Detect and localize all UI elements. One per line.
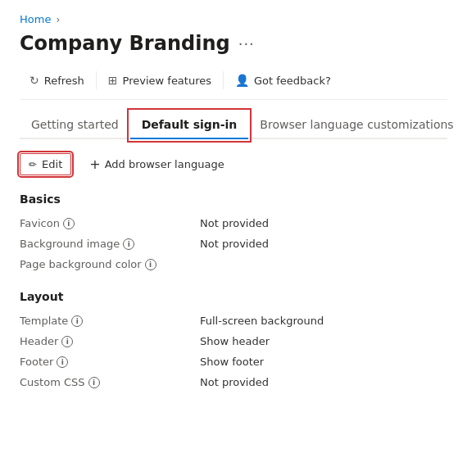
field-value: Not provided <box>200 376 269 388</box>
field-row: Custom CSS iNot provided <box>20 376 447 388</box>
section-title-layout: Layout <box>20 290 447 303</box>
breadcrumb-home[interactable]: Home <box>20 13 51 25</box>
feedback-label: Got feedback? <box>254 75 331 87</box>
refresh-label: Refresh <box>44 75 84 87</box>
action-bar: ✏ Edit + Add browser language <box>20 152 447 176</box>
field-label: Page background color i <box>20 258 184 270</box>
sections-container: BasicsFavicon iNot providedBackground im… <box>20 193 447 388</box>
field-value: Full-screen background <box>200 315 324 327</box>
page-title: Company Branding <box>20 32 230 55</box>
info-icon[interactable]: i <box>123 238 134 250</box>
field-label: Header i <box>20 335 184 347</box>
field-value: Show footer <box>200 356 264 368</box>
toolbar: ↻ Refresh ⊞ Preview features 👤 Got feedb… <box>20 70 447 100</box>
field-row: Template iFull-screen background <box>20 315 447 327</box>
field-label: Custom CSS i <box>20 376 184 388</box>
field-label: Background image i <box>20 238 184 250</box>
field-value: Not provided <box>200 217 269 229</box>
add-icon: + <box>89 156 100 172</box>
tab-default-signin[interactable]: Default sign-in <box>130 111 249 139</box>
field-row: Page background color i <box>20 258 447 270</box>
edit-button[interactable]: ✏ Edit <box>20 153 71 175</box>
field-label: Footer i <box>20 356 184 368</box>
preview-icon: ⊞ <box>108 74 118 87</box>
tab-browser-lang[interactable]: Browser language customizations <box>248 111 465 139</box>
info-icon[interactable]: i <box>63 218 75 229</box>
edit-label: Edit <box>42 158 62 170</box>
more-options-icon[interactable]: ··· <box>238 35 255 52</box>
section-layout: LayoutTemplate iFull-screen backgroundHe… <box>20 290 447 388</box>
breadcrumb-separator: › <box>56 14 60 25</box>
section-basics: BasicsFavicon iNot providedBackground im… <box>20 193 447 270</box>
field-row: Header iShow header <box>20 335 447 347</box>
tab-getting-started[interactable]: Getting started <box>20 111 130 139</box>
field-value: Not provided <box>200 238 269 250</box>
field-label: Template i <box>20 315 184 327</box>
field-row: Footer iShow footer <box>20 356 447 368</box>
info-icon[interactable]: i <box>145 259 156 270</box>
add-label: Add browser language <box>105 158 224 170</box>
preview-label: Preview features <box>123 75 211 87</box>
field-label: Favicon i <box>20 217 184 229</box>
info-icon[interactable]: i <box>88 377 100 388</box>
toolbar-divider-1 <box>96 71 97 89</box>
field-row: Favicon iNot provided <box>20 217 447 229</box>
edit-icon: ✏ <box>29 159 37 170</box>
toolbar-divider-2 <box>223 71 224 89</box>
preview-features-button[interactable]: ⊞ Preview features <box>98 70 221 91</box>
refresh-icon: ↻ <box>29 74 39 87</box>
feedback-icon: 👤 <box>235 74 249 87</box>
info-icon[interactable]: i <box>71 315 83 327</box>
refresh-button[interactable]: ↻ Refresh <box>20 70 94 91</box>
add-browser-language-button[interactable]: + Add browser language <box>81 152 232 176</box>
info-icon[interactable]: i <box>61 336 73 347</box>
field-row: Background image iNot provided <box>20 238 447 250</box>
tabs-row: Getting started Default sign-in Browser … <box>20 111 447 139</box>
section-title-basics: Basics <box>20 193 447 206</box>
info-icon[interactable]: i <box>57 356 68 368</box>
feedback-button[interactable]: 👤 Got feedback? <box>225 70 341 91</box>
field-value: Show header <box>200 335 270 347</box>
